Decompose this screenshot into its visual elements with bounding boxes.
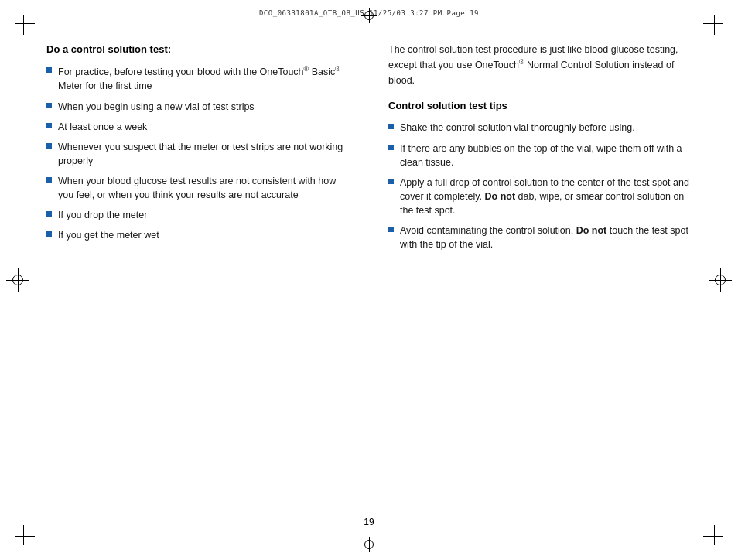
crop-mark-tr-h: [703, 23, 723, 24]
content-area: Do a control solution test: For practice…: [46, 43, 692, 517]
list-item: When your blood glucose test results are…: [46, 174, 350, 202]
list-item: If you get the meter wet: [46, 228, 350, 242]
bullet-icon: [46, 177, 52, 183]
crop-mark-bl-v: [23, 525, 24, 545]
right-column: The control solution test procedure is j…: [381, 43, 692, 517]
list-item: Whenever you suspect that the meter or t…: [46, 140, 350, 168]
bullet-icon: [388, 179, 394, 184]
reg-mark-bottom-center: [361, 537, 377, 552]
bullet-text: At least once a week: [58, 120, 350, 134]
bullet-icon: [46, 103, 52, 108]
bullet-icon: [388, 145, 394, 150]
list-item: If you drop the meter: [46, 208, 350, 222]
list-item: For practice, before testing your blood …: [46, 64, 350, 93]
list-item: At least once a week: [46, 120, 350, 134]
bullet-text: If you get the meter wet: [58, 228, 350, 242]
bullet-icon: [46, 67, 52, 73]
list-item: If there are any bubbles on the top of t…: [388, 142, 692, 169]
reg-mark-top-center: [361, 8, 377, 23]
left-column: Do a control solution test: For practice…: [46, 43, 357, 517]
bullet-text: If there are any bubbles on the top of t…: [400, 142, 692, 169]
left-bullet-list: For practice, before testing your blood …: [46, 64, 350, 242]
list-item: Shake the control solution vial thorough…: [388, 121, 692, 135]
crop-mark-br-h: [703, 536, 723, 537]
bullet-icon: [388, 227, 394, 232]
bullet-text: Whenever you suspect that the meter or t…: [58, 140, 350, 168]
crop-mark-tl-v: [23, 15, 24, 35]
right-section-title: Control solution test tips: [388, 99, 692, 113]
bullet-icon: [46, 231, 52, 237]
bullet-text: Apply a full drop of control solution to…: [400, 176, 692, 217]
left-section-title: Do a control solution test:: [46, 43, 350, 56]
bullet-icon: [388, 124, 394, 129]
crop-mark-tr-v: [714, 15, 715, 35]
list-item: Avoid contaminating the control solution…: [388, 224, 692, 251]
bullet-text: Avoid contaminating the control solution…: [400, 224, 692, 251]
reg-mark-left: [6, 268, 29, 292]
right-bullet-list: Shake the control solution vial thorough…: [388, 121, 692, 251]
page-number: 19: [364, 517, 374, 528]
bullet-icon: [46, 143, 52, 149]
crop-mark-bl-h: [15, 536, 35, 537]
bullet-icon: [46, 123, 52, 128]
bullet-text: When your blood glucose test results are…: [58, 174, 350, 202]
list-item: Apply a full drop of control solution to…: [388, 176, 692, 217]
crop-mark-tl-h: [15, 23, 35, 24]
page: DCO_06331801A_OTB_OB_US 11/25/03 3:27 PM…: [0, 0, 738, 560]
bullet-text: If you drop the meter: [58, 208, 350, 222]
bullet-text: Shake the control solution vial thorough…: [400, 121, 692, 135]
right-intro-text: The control solution test procedure is j…: [388, 43, 692, 88]
crop-mark-br-v: [714, 525, 715, 545]
list-item: When you begin using a new vial of test …: [46, 100, 350, 114]
bullet-text: For practice, before testing your blood …: [58, 64, 350, 93]
bullet-text: When you begin using a new vial of test …: [58, 100, 350, 114]
reg-mark-right: [709, 268, 732, 292]
bullet-icon: [46, 211, 52, 217]
